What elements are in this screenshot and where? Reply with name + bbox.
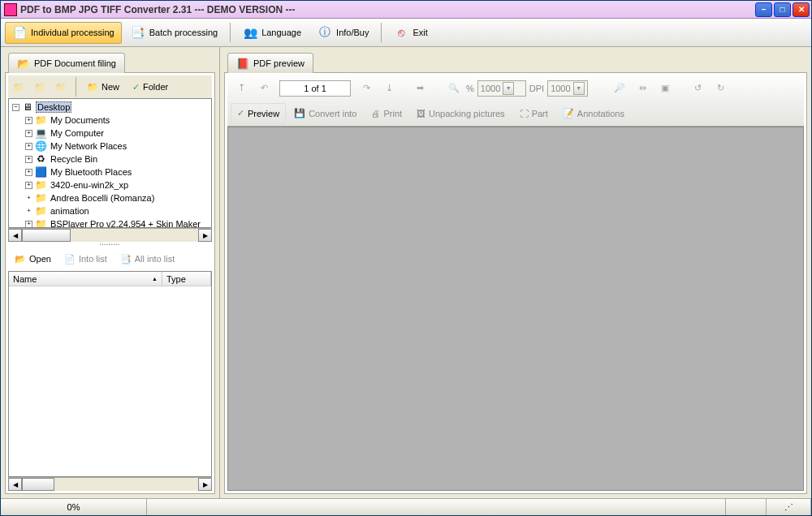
main-toolbar: 📄 Individual processing 📑 Batch processi… (1, 19, 811, 47)
tree-item[interactable]: +♻Recycle Bin (11, 153, 209, 166)
column-type[interactable]: Type (162, 272, 211, 286)
into-list-icon: 📄 (64, 254, 76, 264)
into-list-button[interactable]: 📄Into list (58, 249, 113, 269)
annotation-icon: 📝 (563, 108, 574, 118)
expand-button[interactable]: + (25, 169, 32, 176)
annotations-button[interactable]: 📝Annotations (556, 103, 631, 124)
expand-button[interactable]: + (25, 221, 32, 228)
tree-item[interactable]: +📁animation (11, 204, 209, 217)
save-icon: 💾 (294, 108, 305, 118)
next-page-button: ↷ (356, 78, 377, 99)
language-icon: 👥 (243, 25, 257, 40)
exit-icon: ⎋ (394, 25, 408, 40)
first-page-button: ⤒ (231, 78, 252, 99)
tree-hscroll[interactable]: ◀ ▶ (8, 228, 212, 242)
batch-processing-button[interactable]: 📑 Batch processing (123, 22, 225, 44)
unpack-button[interactable]: 🖼Unpacking pictures (410, 103, 512, 124)
fit-page-icon: ▣ (661, 83, 669, 93)
scroll-right-button[interactable]: ▶ (198, 478, 212, 491)
minimize-button[interactable]: – (755, 2, 772, 17)
tree-item[interactable]: +📁Andrea Bocelli (Romanza) (11, 191, 209, 204)
app-icon (4, 3, 17, 16)
column-name[interactable]: Name▲ (9, 272, 162, 286)
tree-item[interactable]: +🌐My Network Places (11, 140, 209, 153)
expand-button[interactable]: + (25, 117, 32, 124)
nav-up-button: 📁 (51, 77, 71, 97)
open-button[interactable]: 📂Open (9, 249, 57, 269)
tree-label: BSPlayer Pro v2.24.954 + Skin Maker (49, 219, 202, 228)
arrow-right-icon: ➡ (417, 83, 424, 93)
scroll-thumb[interactable] (22, 229, 71, 242)
all-into-list-button[interactable]: 📑All into list (114, 249, 181, 269)
folder-tree[interactable]: −🖥Desktop+📁My Documents+💻My Computer+🌐My… (8, 98, 212, 228)
prev-page-icon: ↶ (261, 83, 268, 93)
file-list[interactable]: Name▲ Type (8, 271, 212, 477)
folder-icon: 📁 (34, 204, 47, 217)
convert-button[interactable]: 💾Convert into (287, 103, 363, 124)
rotate-right-icon: ↻ (717, 83, 724, 93)
tree-label: My Documents (49, 115, 111, 125)
scroll-thumb[interactable] (22, 478, 54, 491)
right-pane: 📕 PDF preview ⤒ ↶ 1 of 1 ↷ ⤓ ➡ 🔍 (220, 47, 811, 498)
desktop-icon: 🖥 (21, 101, 34, 114)
folder-fwd-icon: 📁 (34, 82, 45, 92)
language-button[interactable]: 👥 Language (235, 22, 309, 44)
fit-width-icon: ⇔ (639, 83, 646, 93)
exit-button[interactable]: ⎋ Exit (387, 22, 434, 44)
print-button[interactable]: 🖨Print (365, 103, 408, 124)
dpi-combo[interactable]: 1000▼ (547, 80, 588, 97)
open-toolbar: 📂Open 📄Into list 📑All into list (8, 247, 212, 271)
expand-button[interactable]: + (25, 182, 32, 189)
tree-label: My Computer (49, 128, 106, 138)
expand-button[interactable]: + (25, 130, 32, 137)
individual-processing-button[interactable]: 📄 Individual processing (5, 22, 122, 44)
goto-button: ➡ (409, 78, 430, 99)
nav-fwd-button: 📁 (30, 77, 50, 97)
list-hscroll[interactable]: ◀ ▶ (8, 477, 212, 491)
scroll-right-button[interactable]: ▶ (198, 229, 212, 242)
folder-back-icon: 📁 (13, 82, 24, 92)
folder-up-icon: 📁 (55, 82, 67, 92)
chevron-down-icon: ▼ (503, 82, 514, 95)
status-text (147, 499, 726, 515)
maximize-button[interactable]: □ (774, 2, 791, 17)
tree-item[interactable]: +🟦My Bluetooth Places (11, 166, 209, 178)
tree-item[interactable]: +📁BSPlayer Pro v2.24.954 + Skin Maker (11, 217, 209, 228)
scroll-left-button[interactable]: ◀ (8, 478, 22, 491)
tree-item-desktop[interactable]: Desktop (36, 101, 71, 113)
separator (381, 23, 382, 42)
preview-button[interactable]: ✓Preview (231, 103, 286, 124)
expand-button[interactable]: − (12, 104, 19, 111)
folder-button[interactable]: ✓Folder (127, 77, 174, 97)
expand-button[interactable]: + (25, 143, 32, 150)
page-indicator: 1 of 1 (279, 80, 351, 97)
close-button[interactable]: ✕ (793, 2, 810, 17)
tab-pdf-preview[interactable]: 📕 PDF preview (227, 53, 313, 73)
status-progress: 0% (1, 499, 147, 515)
tree-label: Recycle Bin (49, 154, 99, 164)
info-icon: ⓘ (317, 25, 332, 40)
zoom-combo[interactable]: 1000▼ (477, 80, 526, 97)
last-page-button: ⤓ (378, 78, 400, 99)
tree-label: My Network Places (49, 141, 128, 151)
new-folder-button[interactable]: 📁New (81, 77, 125, 97)
next-page-icon: ↷ (363, 83, 370, 93)
print-icon: 🖨 (371, 109, 380, 118)
tree-item[interactable]: +💻My Computer (11, 127, 209, 140)
tree-toolbar: 📁 📁 📁 📁New ✓Folder (8, 75, 212, 98)
zoom-in-icon: 🔎 (614, 83, 625, 93)
tree-label: My Bluetooth Places (49, 167, 133, 177)
tree-item[interactable]: +📁My Documents (11, 114, 209, 127)
tree-item[interactable]: +📁3420-enu-win2k_xp (11, 178, 209, 191)
window-title: PDF to BMP JPG TIFF Converter 2.31 --- D… (20, 4, 755, 15)
tab-pdf-document-filing[interactable]: 📂 PDF Document filing (8, 53, 125, 73)
scroll-left-button[interactable]: ◀ (8, 229, 22, 242)
info-buy-button[interactable]: ⓘ Info/Buy (310, 22, 376, 44)
crop-icon: ⛶ (520, 109, 529, 118)
preview-icon: ✓ (237, 108, 244, 118)
expand-button[interactable]: + (25, 156, 32, 163)
rotate-right-button: ↻ (710, 78, 731, 99)
zoom-in-button: 🔎 (609, 78, 630, 99)
status-grip: ⋰ (767, 499, 811, 515)
part-button[interactable]: ⛶Part (513, 103, 555, 124)
